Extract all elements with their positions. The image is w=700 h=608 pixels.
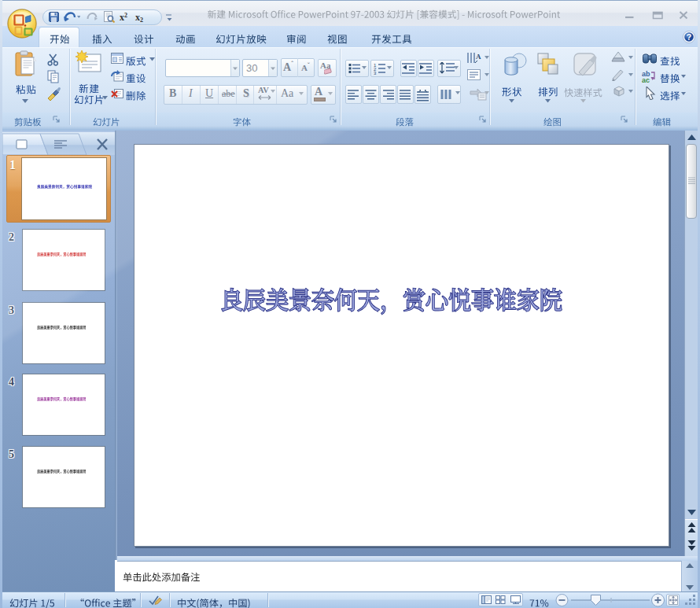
svg-text:A: A <box>476 53 481 61</box>
svg-text:3: 3 <box>374 71 377 75</box>
svg-text:ac: ac <box>642 76 650 83</box>
svg-text:?: ? <box>687 32 691 42</box>
